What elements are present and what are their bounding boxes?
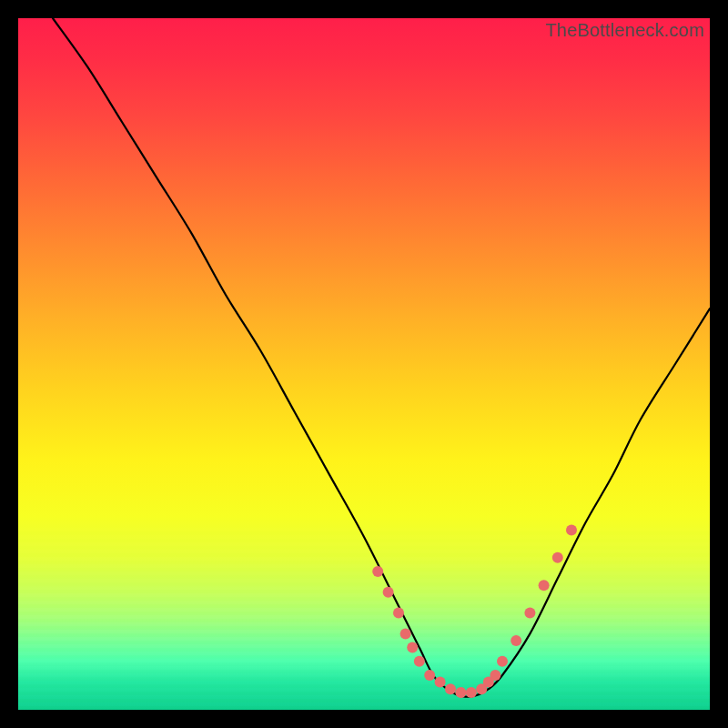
highlight-dot [414,656,425,667]
watermark-text: TheBottleneck.com [545,20,704,41]
highlight-dot [372,566,383,577]
highlight-dot [383,587,394,598]
highlight-dot [455,687,466,698]
highlight-dot [524,608,535,619]
plot-area [18,18,710,710]
highlight-dot [393,608,404,619]
curve-layer [18,18,710,710]
highlight-dot [566,524,577,535]
highlight-dots [372,524,577,698]
highlight-dot [445,683,456,694]
highlight-dot [552,552,563,563]
highlight-dot [511,635,521,646]
highlight-dot [539,580,550,591]
highlight-dot [435,677,446,688]
highlight-dot [424,670,435,681]
highlight-dot [466,687,477,698]
highlight-dot [490,670,500,681]
highlight-dot [497,656,508,667]
highlight-dot [400,628,411,639]
bottleneck-curve [53,18,710,697]
chart-frame: TheBottleneck.com [18,18,710,710]
highlight-dot [407,642,418,653]
